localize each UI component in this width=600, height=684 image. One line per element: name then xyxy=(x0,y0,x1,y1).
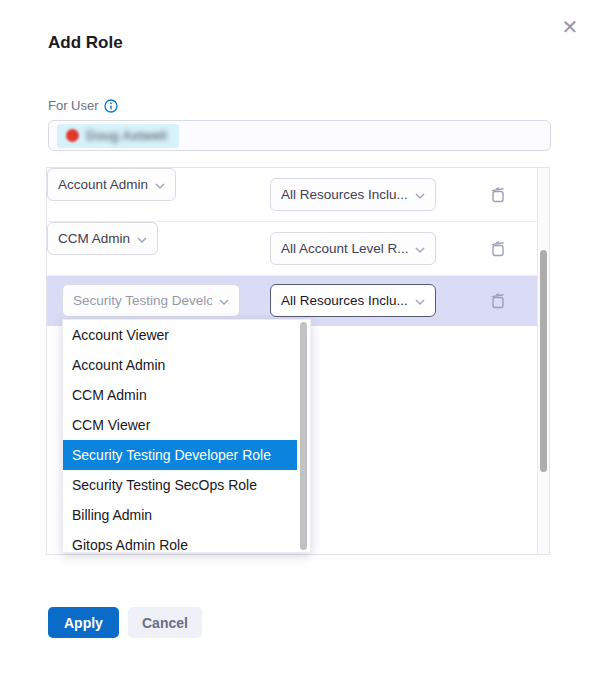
chevron-down-icon xyxy=(154,176,166,194)
role-select-2[interactable]: CCM Admin xyxy=(47,222,158,255)
resource-group-select-1[interactable]: All Resources Inclu... xyxy=(270,178,436,211)
dropdown-scrollbar-thumb[interactable] xyxy=(300,322,307,550)
user-chip: Doug Axtwell xyxy=(57,124,179,148)
role-select-2-value: CCM Admin xyxy=(58,231,130,246)
role-option[interactable]: Account Admin xyxy=(63,350,297,380)
role-select-3[interactable]: Security Testing Developer Role xyxy=(62,284,240,317)
role-select-1[interactable]: Account Admin xyxy=(47,168,176,201)
info-icon[interactable] xyxy=(104,99,118,113)
role-row-1: Account Admin All Resources Inclu... xyxy=(47,168,537,222)
role-option[interactable]: CCM Admin xyxy=(63,380,297,410)
role-option[interactable]: CCM Viewer xyxy=(63,410,297,440)
role-option[interactable]: Gitops Admin Role xyxy=(63,530,297,553)
resource-group-select-1-value: All Resources Inclu... xyxy=(281,187,408,202)
chevron-down-icon xyxy=(218,292,230,310)
role-select-3-value: Security Testing Developer Role xyxy=(73,293,212,308)
cancel-button[interactable]: Cancel xyxy=(128,607,202,638)
user-field[interactable]: Doug Axtwell xyxy=(48,120,551,151)
add-role-modal: ✕ Add Role For User Doug Axtwell Account… xyxy=(0,0,600,684)
roles-scrollbar-track xyxy=(537,168,549,554)
role-row-2: CCM Admin All Account Level R... xyxy=(47,222,537,276)
trash-icon xyxy=(489,298,507,313)
resource-group-select-2[interactable]: All Account Level R... xyxy=(270,232,436,265)
delete-role-button-2[interactable] xyxy=(487,239,509,261)
delete-role-button-3[interactable] xyxy=(487,291,509,313)
role-option[interactable]: Security Testing SecOps Role xyxy=(63,470,297,500)
close-icon[interactable]: ✕ xyxy=(557,14,583,40)
user-name: Doug Axtwell xyxy=(86,128,167,143)
resource-group-select-3-value: All Resources Inclu... xyxy=(281,293,408,308)
for-user-label-text: For User xyxy=(48,98,99,113)
resource-group-select-3[interactable]: All Resources Inclu... xyxy=(270,284,436,317)
chevron-down-icon xyxy=(414,240,426,258)
role-options-dropdown: Account Viewer Account Admin CCM Admin C… xyxy=(62,319,311,553)
chevron-down-icon xyxy=(414,292,426,310)
page-title: Add Role xyxy=(48,33,123,53)
avatar xyxy=(66,129,79,142)
delete-role-button-1[interactable] xyxy=(487,185,509,207)
chevron-down-icon xyxy=(414,186,426,204)
role-option[interactable]: Billing Admin xyxy=(63,500,297,530)
resource-group-select-2-value: All Account Level R... xyxy=(281,241,408,256)
trash-icon xyxy=(489,192,507,207)
role-option[interactable]: Account Viewer xyxy=(63,320,297,350)
roles-scrollbar-thumb[interactable] xyxy=(540,250,547,472)
apply-button[interactable]: Apply xyxy=(48,607,119,638)
role-option-selected[interactable]: Security Testing Developer Role xyxy=(63,440,297,470)
for-user-label: For User xyxy=(48,98,118,113)
chevron-down-icon xyxy=(136,230,148,248)
trash-icon xyxy=(489,246,507,261)
role-select-1-value: Account Admin xyxy=(58,177,148,192)
